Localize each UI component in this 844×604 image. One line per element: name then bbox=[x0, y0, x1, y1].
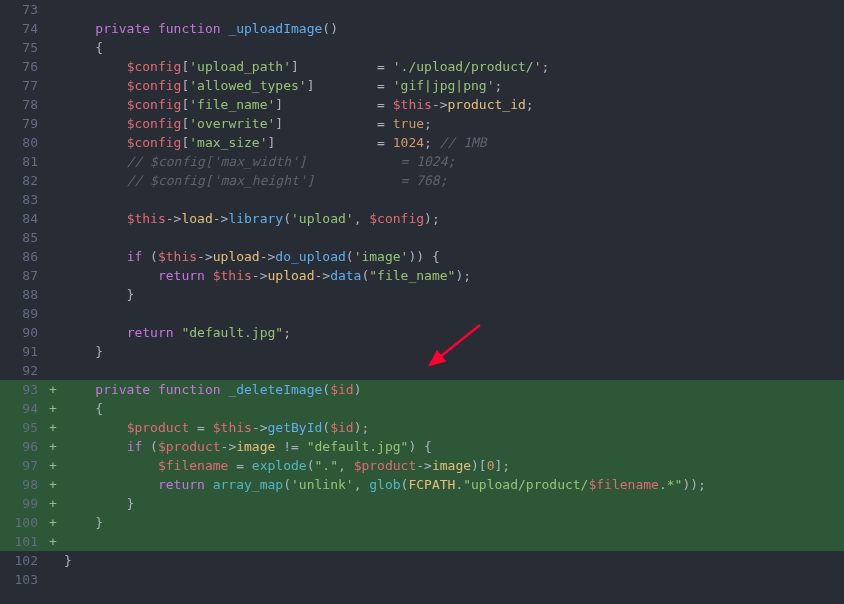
diff-marker bbox=[46, 228, 60, 247]
token-str: 'image' bbox=[354, 249, 409, 264]
code-line[interactable]: 81 // $config['max_width'] = 1024; bbox=[0, 152, 844, 171]
token-kw: function bbox=[158, 382, 221, 397]
code-line[interactable]: 89 bbox=[0, 304, 844, 323]
line-number: 92 bbox=[0, 361, 46, 380]
code-line[interactable]: 99+ } bbox=[0, 494, 844, 513]
code-line[interactable]: 85 bbox=[0, 228, 844, 247]
code-content[interactable]: $config['max_size'] = 1024; // 1MB bbox=[60, 133, 487, 152]
token-pn bbox=[275, 439, 283, 454]
code-content[interactable]: private function _deleteImage($id) bbox=[60, 380, 361, 399]
code-line[interactable]: 80 $config['max_size'] = 1024; // 1MB bbox=[0, 133, 844, 152]
code-line[interactable]: 101+ bbox=[0, 532, 844, 551]
token-kw: function bbox=[158, 21, 221, 36]
diff-marker: + bbox=[46, 532, 60, 551]
code-line[interactable]: 78 $config['file_name'] = $this->product… bbox=[0, 95, 844, 114]
code-line[interactable]: 98+ return array_map('unlink', glob(FCPA… bbox=[0, 475, 844, 494]
diff-marker bbox=[46, 76, 60, 95]
line-number: 89 bbox=[0, 304, 46, 323]
code-content[interactable]: $config['upload_path'] = './upload/produ… bbox=[60, 57, 549, 76]
line-number: 87 bbox=[0, 266, 46, 285]
token-op: -> bbox=[252, 268, 268, 283]
code-content[interactable]: } bbox=[60, 494, 134, 513]
line-number: 91 bbox=[0, 342, 46, 361]
diff-marker bbox=[46, 114, 60, 133]
code-line[interactable]: 74 private function _uploadImage() bbox=[0, 19, 844, 38]
code-line[interactable]: 75 { bbox=[0, 38, 844, 57]
code-content[interactable]: // $config['max_height'] = 768; bbox=[60, 171, 448, 190]
code-line[interactable]: 100+ } bbox=[0, 513, 844, 532]
code-content[interactable]: } bbox=[60, 551, 72, 570]
code-content[interactable]: $config['overwrite'] = true; bbox=[60, 114, 432, 133]
code-line[interactable]: 82 // $config['max_height'] = 768; bbox=[0, 171, 844, 190]
token-prop: product_id bbox=[448, 97, 526, 112]
code-line[interactable]: 95+ $product = $this->getById($id); bbox=[0, 418, 844, 437]
code-content[interactable]: return $this->upload->data("file_name"); bbox=[60, 266, 471, 285]
code-line[interactable]: 88 } bbox=[0, 285, 844, 304]
diff-marker: + bbox=[46, 494, 60, 513]
code-editor[interactable]: 73 74 private function _uploadImage()75 … bbox=[0, 0, 844, 589]
line-number: 88 bbox=[0, 285, 46, 304]
token-op: -> bbox=[416, 458, 432, 473]
code-content[interactable]: } bbox=[60, 285, 134, 304]
token-pn: ); bbox=[424, 211, 440, 226]
token-prop: upload bbox=[213, 249, 260, 264]
code-line[interactable]: 97+ $filename = explode(".", $product->i… bbox=[0, 456, 844, 475]
code-content[interactable]: } bbox=[60, 342, 103, 361]
code-line[interactable]: 86 if ($this->upload->do_upload('image')… bbox=[0, 247, 844, 266]
line-number: 99 bbox=[0, 494, 46, 513]
code-content[interactable]: $filename = explode(".", $product->image… bbox=[60, 456, 510, 475]
token-pn bbox=[64, 97, 127, 112]
code-line[interactable]: 90 return "default.jpg"; bbox=[0, 323, 844, 342]
code-line[interactable]: 93+ private function _deleteImage($id) bbox=[0, 380, 844, 399]
code-content[interactable]: if ($this->upload->do_upload('image')) { bbox=[60, 247, 440, 266]
token-pn: } bbox=[64, 287, 134, 302]
token-pn bbox=[64, 154, 127, 169]
code-line[interactable]: 103 bbox=[0, 570, 844, 589]
code-content[interactable]: private function _uploadImage() bbox=[60, 19, 338, 38]
token-pn bbox=[64, 78, 127, 93]
token-pn: ( bbox=[283, 211, 291, 226]
token-cmt: // $config['max_width'] = 1024; bbox=[127, 154, 456, 169]
code-line[interactable]: 87 return $this->upload->data("file_name… bbox=[0, 266, 844, 285]
line-number: 96 bbox=[0, 437, 46, 456]
code-content[interactable] bbox=[60, 0, 95, 19]
code-content[interactable]: $config['allowed_types'] = 'gif|jpg|png'… bbox=[60, 76, 502, 95]
token-kw: private bbox=[95, 21, 150, 36]
code-content[interactable]: $this->load->library('upload', $config); bbox=[60, 209, 440, 228]
diff-marker: + bbox=[46, 513, 60, 532]
token-var: $this bbox=[393, 97, 432, 112]
code-line[interactable]: 83 bbox=[0, 190, 844, 209]
code-content[interactable]: // $config['max_width'] = 1024; bbox=[60, 152, 455, 171]
code-line[interactable]: 91 } bbox=[0, 342, 844, 361]
code-line[interactable]: 73 bbox=[0, 0, 844, 19]
token-var: $this bbox=[158, 249, 197, 264]
token-pn bbox=[64, 135, 127, 150]
diff-marker bbox=[46, 209, 60, 228]
token-str: 'max_size' bbox=[189, 135, 267, 150]
code-content[interactable]: $config['file_name'] = $this->product_id… bbox=[60, 95, 534, 114]
line-number: 74 bbox=[0, 19, 46, 38]
diff-marker bbox=[46, 38, 60, 57]
code-line[interactable]: 96+ if ($product->image != "default.jpg"… bbox=[0, 437, 844, 456]
code-content[interactable]: { bbox=[60, 399, 103, 418]
code-line[interactable]: 84 $this->load->library('upload', $confi… bbox=[0, 209, 844, 228]
code-content[interactable]: { bbox=[60, 38, 103, 57]
code-line[interactable]: 92 bbox=[0, 361, 844, 380]
token-str: 'upload_path' bbox=[189, 59, 291, 74]
code-content[interactable]: if ($product->image != "default.jpg") { bbox=[60, 437, 432, 456]
token-pn: , bbox=[354, 211, 370, 226]
token-pn bbox=[64, 268, 158, 283]
line-number: 82 bbox=[0, 171, 46, 190]
token-pn: , bbox=[338, 458, 354, 473]
token-var: $id bbox=[330, 420, 353, 435]
code-line[interactable]: 79 $config['overwrite'] = true; bbox=[0, 114, 844, 133]
code-line[interactable]: 94+ { bbox=[0, 399, 844, 418]
code-line[interactable]: 76 $config['upload_path'] = './upload/pr… bbox=[0, 57, 844, 76]
code-line[interactable]: 77 $config['allowed_types'] = 'gif|jpg|p… bbox=[0, 76, 844, 95]
code-content[interactable]: return "default.jpg"; bbox=[60, 323, 291, 342]
code-content[interactable]: } bbox=[60, 513, 103, 532]
token-var: $product bbox=[158, 439, 221, 454]
code-content[interactable]: $product = $this->getById($id); bbox=[60, 418, 369, 437]
code-line[interactable]: 102 } bbox=[0, 551, 844, 570]
code-content[interactable]: return array_map('unlink', glob(FCPATH."… bbox=[60, 475, 706, 494]
